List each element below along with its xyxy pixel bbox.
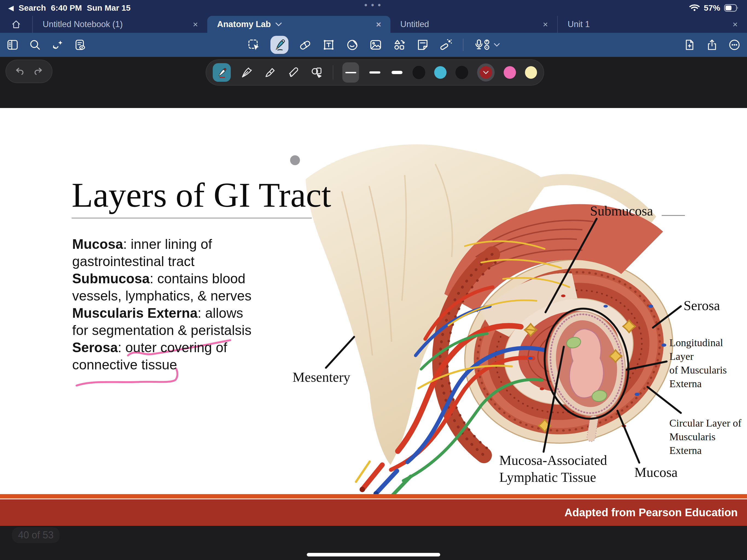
tab-label: Untitled	[400, 19, 541, 29]
close-tab-icon[interactable]: ×	[731, 19, 739, 29]
pen-options-bar	[206, 59, 544, 85]
image-tool[interactable]	[369, 38, 383, 52]
tab-anatomy-lab[interactable]: Anatomy Lab ×	[207, 16, 390, 33]
tab-label: Anatomy Lab	[217, 19, 271, 29]
label-mucosa: Mucosa	[634, 464, 677, 480]
chevron-down-icon	[483, 71, 489, 74]
body-line: for segmentation & peristalsis	[72, 322, 252, 339]
chevron-down-icon	[493, 43, 500, 47]
status-search-label[interactable]: Search	[19, 3, 46, 12]
toolbar-divider	[463, 39, 463, 51]
page-view-button[interactable]	[73, 38, 86, 51]
pen-icon	[272, 38, 287, 52]
search-button[interactable]	[28, 38, 42, 51]
notebook-sidebar-button[interactable]	[6, 38, 19, 51]
label-malt: Mucosa-Associated Lymphatic Tissue	[499, 452, 607, 486]
tab-unit-1[interactable]: Unit 1 ×	[558, 16, 747, 33]
body-line: Muscularis Externa: allows	[72, 305, 252, 322]
label-serosa: Serosa	[684, 298, 720, 313]
page-indicator: 40 of 53	[12, 527, 60, 543]
home-indicator-bar[interactable]	[307, 553, 440, 556]
slide-footer-band: Adapted from Pearson Education	[0, 499, 747, 526]
battery-percent: 57%	[704, 3, 720, 12]
status-bar: ◀ Search 6:40 PM Sun Mar 15 ••• 57%	[0, 0, 747, 16]
ai-assist-button[interactable]	[51, 38, 64, 51]
elements-tool[interactable]	[310, 65, 324, 80]
chevron-down-icon[interactable]	[275, 22, 282, 27]
page-handle-dot[interactable]	[290, 155, 300, 165]
highlighter-tool-selected[interactable]	[213, 63, 231, 82]
laser-pointer-tool[interactable]	[439, 38, 453, 52]
screen: ◀ Search 6:40 PM Sun Mar 15 ••• 57%	[0, 0, 747, 560]
color-swatch-black-2[interactable]	[456, 66, 468, 79]
slide-title: Layers of GI Tract	[72, 175, 331, 215]
status-date: Sun Mar 15	[87, 3, 130, 12]
wifi-icon	[689, 4, 700, 12]
credit-text: Adapted from Pearson Education	[565, 506, 738, 519]
color-swatch-pink[interactable]	[504, 66, 516, 79]
label-mesentery: Mesentery	[292, 369, 350, 385]
main-toolbar	[0, 33, 747, 57]
label-circular-layer: Circular Layer of Muscularis Externa	[669, 416, 747, 457]
add-page-button[interactable]	[683, 38, 696, 51]
fountain-pen-tool[interactable]	[240, 65, 254, 80]
color-swatch-cyan[interactable]	[434, 66, 446, 79]
eraser-tool[interactable]	[298, 38, 312, 52]
status-time: 6:40 PM	[51, 3, 82, 12]
slide-accent-band-orange	[0, 494, 747, 499]
lasso-select-tool[interactable]	[247, 38, 261, 52]
color-swatch-dark-red-selected[interactable]	[477, 63, 495, 81]
pen-tool-selected[interactable]	[271, 36, 288, 54]
close-tab-icon[interactable]: ×	[541, 19, 549, 29]
redo-button[interactable]	[32, 66, 44, 77]
slide-body: Mucosa: inner lining of gastrointestinal…	[72, 236, 252, 374]
body-line: Submucosa: contains blood	[72, 270, 252, 287]
text-tool[interactable]	[322, 38, 335, 52]
label-submucosa: Submucosa	[590, 203, 653, 219]
sticker-tool[interactable]	[345, 38, 359, 52]
shapes-tool[interactable]	[392, 38, 406, 52]
color-swatch-black-1[interactable]	[413, 66, 425, 79]
pen-options-divider	[333, 65, 333, 80]
tab-bar: Untitled Notebook (1) × Anatomy Lab × Un…	[0, 16, 747, 33]
body-line: gastrointestinal tract	[72, 253, 252, 270]
body-line: vessels, lymphatics, & nerves	[72, 287, 252, 305]
undo-redo-pill	[5, 59, 52, 83]
tab-untitled-notebook[interactable]: Untitled Notebook (1) ×	[33, 16, 207, 33]
body-line: connective tissue	[72, 356, 252, 374]
stroke-width-medium[interactable]	[368, 71, 381, 74]
highlighter-icon	[215, 66, 228, 79]
battery-icon	[724, 4, 739, 12]
body-line: Mucosa: inner lining of	[72, 236, 252, 253]
home-button[interactable]	[0, 16, 33, 33]
tape-tool[interactable]	[286, 65, 301, 80]
body-line: Serosa: outer covering of	[72, 339, 252, 356]
tab-untitled[interactable]: Untitled ×	[390, 16, 558, 33]
brush-pen-tool[interactable]	[263, 65, 277, 80]
multitask-dots-icon[interactable]: •••	[363, 1, 384, 10]
tab-label: Unit 1	[568, 19, 731, 29]
back-to-search-icon[interactable]: ◀	[8, 4, 14, 12]
color-swatch-cream[interactable]	[525, 66, 537, 79]
tab-label: Untitled Notebook (1)	[43, 19, 191, 29]
more-options-button[interactable]	[728, 38, 741, 51]
note-card-tool[interactable]	[416, 38, 430, 52]
title-underline	[72, 218, 312, 219]
label-longitudinal-layer: Longitudinal Layer of Muscularis Externa	[669, 336, 747, 390]
home-icon	[11, 19, 22, 30]
undo-button[interactable]	[14, 66, 25, 77]
share-button[interactable]	[705, 38, 719, 51]
stroke-width-thin-selected[interactable]	[342, 62, 359, 82]
stroke-width-thick[interactable]	[390, 71, 404, 74]
audio-record-button[interactable]	[473, 38, 500, 52]
close-tab-icon[interactable]: ×	[374, 19, 383, 29]
close-tab-icon[interactable]: ×	[191, 19, 200, 29]
